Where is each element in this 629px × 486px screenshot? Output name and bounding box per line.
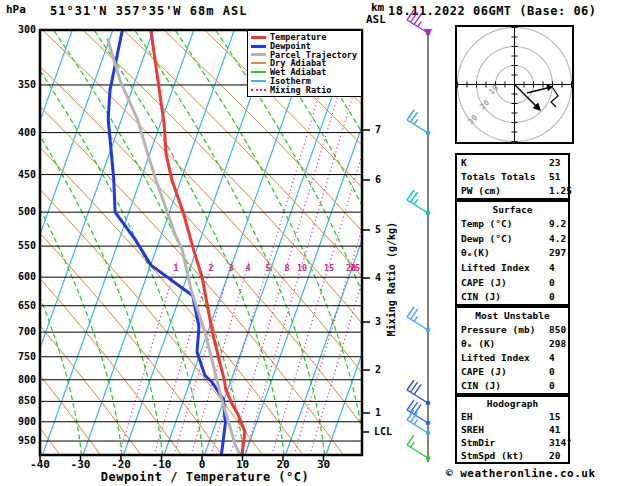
wind-barb-column — [407, 10, 432, 462]
table-row-label: CAPE (J) — [461, 277, 507, 288]
table-row: CAPE (J)0 — [457, 277, 568, 288]
table-section-title: Hodograph — [457, 398, 568, 409]
km-tick-label: 6 — [375, 174, 381, 185]
dry-adiabat-line — [43, 30, 425, 455]
table-row-label: θₑ (K) — [461, 338, 495, 349]
table-row-label: CIN (J) — [461, 380, 501, 391]
legend: TemperatureDewpointParcel TrajectoryDry … — [247, 30, 362, 97]
temp-tick-label: 30 — [306, 458, 342, 471]
most-unstable-table: Most UnstablePressure (mb)850θₑ (K)298Li… — [455, 306, 570, 395]
table-row: PW (cm)1.25 — [457, 185, 568, 196]
pressure-tick-label: 800 — [4, 374, 36, 385]
mixing-ratio-value-label: 1 — [173, 263, 178, 273]
mixing-ratio-value-label: 3 — [228, 263, 233, 273]
pressure-tick-label: 750 — [4, 351, 36, 362]
temp-tick-label: 10 — [225, 458, 261, 471]
legend-item: Dewpoint — [251, 42, 361, 50]
isotherm-line — [43, 30, 194, 455]
table-row: Temp (°C)9.2 — [457, 218, 568, 229]
mixing-ratio-value-label: 5 — [265, 263, 270, 273]
table-row-label: K — [461, 157, 467, 168]
pressure-tick-label: 600 — [4, 271, 36, 282]
wind-barb — [407, 435, 430, 460]
table-section-title: Surface — [457, 204, 568, 215]
temp-tick-label: -40 — [22, 458, 58, 471]
table-row-value: 41 — [549, 424, 560, 435]
mixing-ratio-value-label: 10 — [297, 263, 307, 273]
table-row-label: Lifted Index — [461, 262, 530, 273]
table-row: Lifted Index4 — [457, 262, 568, 273]
table-row-value: 0 — [549, 277, 555, 288]
table-row-value: 0 — [549, 291, 555, 302]
pressure-tick-label: 900 — [4, 416, 36, 427]
wind-barb — [407, 380, 430, 405]
hodograph-table: HodographEH15SREH41StmDir314°StmSpd (kt)… — [455, 395, 570, 464]
km-tick-label: 4 — [375, 272, 381, 283]
table-row: Totals Totals51 — [457, 171, 568, 182]
km-tick-label: 2 — [375, 364, 381, 375]
table-row: EH15 — [457, 411, 568, 422]
legend-label: Isotherm — [270, 77, 311, 85]
legend-item: Wet Adiabat — [251, 68, 361, 76]
table-row-value: 314° — [549, 437, 572, 448]
legend-swatch-wet-adiabat — [251, 71, 266, 73]
table-row-value: 4 — [549, 262, 555, 273]
km-tick-label: 1 — [375, 407, 381, 418]
hodograph: 102030 — [456, 26, 573, 143]
pressure-tick-label: 500 — [4, 206, 36, 217]
table-row-label: StmDir — [461, 437, 495, 448]
km-tick-label: 7 — [375, 124, 381, 135]
legend-label: Dewpoint — [270, 42, 311, 50]
table-row-label: Pressure (mb) — [461, 324, 535, 335]
km-tick-label: 3 — [375, 316, 381, 327]
table-row: Pressure (mb)850 — [457, 324, 568, 335]
series-temperature — [151, 30, 245, 455]
table-row-label: Lifted Index — [461, 352, 530, 363]
table-row: SREH41 — [457, 424, 568, 435]
legend-item: Mixing Ratio — [251, 86, 361, 94]
table-row: θₑ (K)298 — [457, 338, 568, 349]
table-row-value: 23 — [549, 157, 560, 168]
temp-tick-label: 0 — [184, 458, 220, 471]
legend-label: Mixing Ratio — [270, 86, 331, 94]
wet-adiabat-line — [621, 30, 629, 455]
table-row-value: 4 — [549, 352, 555, 363]
pressure-tick-label: 700 — [4, 326, 36, 337]
table-row-value: 850 — [549, 324, 566, 335]
table-row-value: 51 — [549, 171, 560, 182]
table-row-label: CAPE (J) — [461, 366, 507, 377]
summary-indices-table: K23Totals Totals51PW (cm)1.25 — [455, 153, 570, 200]
table-row: CAPE (J)0 — [457, 366, 568, 377]
legend-swatch-parcel-trajectory — [251, 53, 266, 56]
table-row: CIN (J)0 — [457, 380, 568, 391]
legend-swatch-mixing-ratio — [251, 89, 266, 91]
pressure-tick-label: 450 — [4, 169, 36, 180]
table-row-value: 297 — [549, 247, 566, 258]
wet-adiabat-line — [0, 30, 1, 455]
table-row-value: 20 — [549, 450, 560, 461]
pressure-tick-label: 850 — [4, 395, 36, 406]
table-row-label: StmSpd (kt) — [461, 450, 524, 461]
mixing-ratio-value-label: 15 — [324, 263, 334, 273]
legend-label: Wet Adiabat — [270, 68, 326, 76]
table-row: Lifted Index4 — [457, 352, 568, 363]
table-row-label: SREH — [461, 424, 484, 435]
mixing-ratio-value-label: 2 — [208, 263, 213, 273]
mixing-ratio-value-label: 8 — [284, 263, 289, 273]
temp-tick-label: 20 — [265, 458, 301, 471]
surface-table: SurfaceTemp (°C)9.2Dewp (°C)4.2θₑ(K)297L… — [455, 200, 570, 306]
sounding-chart-page: hPa 51°31'N 357°35'W 68m ASL 18.11.2022 … — [0, 0, 629, 486]
pressure-tick-label: 950 — [4, 435, 36, 446]
wind-barb — [407, 190, 430, 215]
table-row: θₑ(K)297 — [457, 247, 568, 258]
pressure-tick-label: 550 — [4, 240, 36, 251]
table-row-label: Temp (°C) — [461, 218, 512, 229]
pressure-tick-label: 350 — [4, 79, 36, 90]
pressure-tick-label: 400 — [4, 127, 36, 138]
table-row-value: 4.2 — [549, 233, 566, 244]
temp-tick-label: -30 — [63, 458, 99, 471]
table-row-label: CIN (J) — [461, 291, 501, 302]
table-row-value: 298 — [549, 338, 566, 349]
mixing-ratio-value-label: 25 — [350, 263, 360, 273]
table-row: StmSpd (kt)20 — [457, 450, 568, 461]
